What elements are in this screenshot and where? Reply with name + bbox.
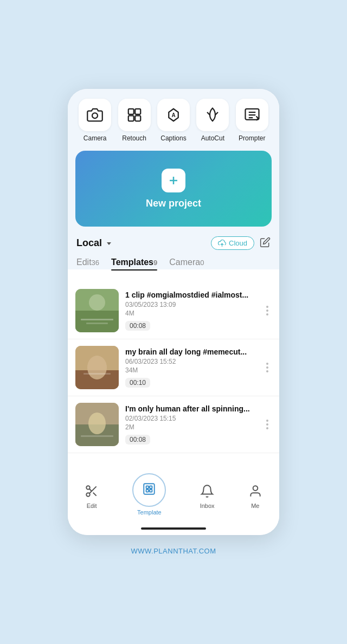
tool-captions[interactable]: A Captions: [157, 99, 190, 142]
project-duration-1: 00:08: [125, 321, 150, 331]
retouch-icon: [126, 107, 143, 123]
cloud-upload-icon: [218, 239, 226, 247]
cloud-button-label: Cloud: [229, 239, 247, 247]
nav-edit-label: Edit: [87, 503, 97, 509]
project-date-2: 06/03/2023 15:52: [125, 358, 256, 365]
tool-autocut[interactable]: AutoCut: [196, 99, 229, 142]
nav-edit[interactable]: Edit: [85, 484, 99, 509]
captions-icon: A: [165, 107, 182, 123]
tool-retouch[interactable]: Retouch: [118, 99, 151, 142]
svg-rect-13: [81, 319, 113, 320]
project-more-3[interactable]: [263, 416, 272, 433]
tool-camera-label: Camera: [83, 134, 107, 142]
project-info-3: I'm only human after all spinning... 02/…: [125, 404, 256, 445]
dot-icon: [266, 423, 268, 426]
svg-rect-28: [144, 484, 155, 494]
dot-icon: [266, 306, 268, 308]
new-project-plus-icon: [162, 169, 185, 192]
project-duration-2: 00:10: [125, 378, 150, 388]
tool-prompter[interactable]: Prompter: [236, 99, 268, 142]
svg-point-23: [86, 486, 90, 490]
nav-template-label: Template: [137, 509, 162, 516]
prompter-icon: [244, 107, 260, 123]
table-row[interactable]: I'm only human after all spinning... 02/…: [68, 396, 279, 453]
website-label: WWW.PLANNTHAT.COM: [131, 547, 216, 555]
svg-rect-2: [135, 109, 140, 114]
project-more-2[interactable]: [263, 359, 272, 376]
project-date-1: 03/05/2023 13:09: [125, 301, 256, 308]
home-indicator: [68, 524, 279, 535]
svg-rect-14: [86, 323, 108, 324]
projects-list: 1 clip #omgialmostdied #ialmost... 03/05…: [68, 277, 279, 472]
project-title-3: I'm only human after all spinning...: [125, 404, 256, 413]
cloud-button[interactable]: Cloud: [211, 236, 254, 250]
local-title[interactable]: Local: [76, 237, 113, 249]
bottom-nav: Edit Template: [68, 472, 279, 524]
table-row[interactable]: my brain all day long #memecut... 06/03/…: [68, 339, 279, 396]
tool-autocut-label: AutoCut: [201, 134, 224, 142]
tab-templates[interactable]: Templates9: [111, 257, 157, 269]
tool-camera[interactable]: Camera: [79, 99, 111, 142]
nav-template[interactable]: Template: [132, 478, 166, 516]
tab-edit[interactable]: Edit36: [76, 257, 99, 269]
project-info-2: my brain all day long #memecut... 06/03/…: [125, 347, 256, 388]
section-header: Local Cloud: [75, 236, 272, 250]
svg-point-24: [86, 493, 90, 497]
svg-rect-31: [146, 490, 149, 492]
dot-icon: [266, 310, 268, 312]
project-thumb-2: [75, 346, 119, 389]
table-row[interactable]: 1 clip #omgialmostdied #ialmost... 03/05…: [68, 282, 279, 339]
dot-icon: [266, 370, 268, 372]
tools-row: Camera Retouch A: [75, 99, 272, 142]
tool-prompter-label: Prompter: [239, 134, 265, 142]
svg-point-17: [87, 356, 107, 379]
tab-camera[interactable]: Camera0: [169, 257, 204, 269]
svg-rect-30: [150, 486, 152, 488]
svg-line-26: [93, 493, 97, 496]
project-more-1[interactable]: [263, 302, 272, 319]
nav-inbox[interactable]: Inbox: [200, 484, 215, 509]
svg-rect-4: [135, 115, 140, 121]
project-size-2: 34M: [125, 366, 256, 374]
inbox-icon: [200, 484, 214, 500]
project-size-3: 2M: [125, 423, 256, 431]
sort-arrow-icon: [105, 239, 113, 248]
project-info-1: 1 clip #omgialmostdied #ialmost... 03/05…: [125, 291, 256, 331]
tab-templates-label: Templates: [111, 257, 153, 267]
edit-icon[interactable]: [260, 237, 271, 250]
nav-me-label: Me: [251, 503, 259, 509]
dot-icon: [266, 366, 268, 369]
project-title-1: 1 clip #omgialmostdied #ialmost...: [125, 291, 256, 299]
scissors-icon: [85, 484, 99, 500]
tab-templates-count: 9: [153, 259, 157, 267]
svg-rect-29: [146, 486, 149, 488]
new-project-button[interactable]: New project: [75, 151, 272, 227]
me-icon: [248, 484, 262, 500]
svg-point-21: [88, 413, 106, 434]
tab-camera-label: Camera: [169, 257, 200, 267]
project-thumb-1: [75, 289, 119, 332]
local-title-text: Local: [76, 237, 102, 249]
tab-camera-count: 0: [200, 259, 204, 267]
project-duration-3: 00:08: [125, 435, 150, 445]
tab-edit-label: Edit: [76, 257, 92, 267]
svg-rect-18: [83, 373, 111, 375]
svg-rect-32: [150, 490, 152, 492]
project-date-3: 02/03/2023 15:15: [125, 415, 256, 422]
project-thumb-3: [75, 403, 119, 446]
tool-captions-label: Captions: [160, 134, 186, 142]
svg-rect-1: [128, 109, 133, 114]
autocut-icon: [204, 107, 221, 123]
dot-icon: [266, 313, 268, 315]
template-icon: [142, 482, 156, 498]
svg-point-12: [89, 294, 105, 311]
tabs-row: Edit36 Templates9 Camera0: [75, 257, 272, 269]
tab-edit-count: 36: [92, 259, 99, 267]
project-size-1: 4M: [125, 310, 256, 317]
nav-me[interactable]: Me: [248, 484, 262, 509]
home-bar: [141, 527, 206, 530]
svg-rect-11: [75, 311, 119, 332]
project-title-2: my brain all day long #memecut...: [125, 347, 256, 356]
new-project-label: New project: [146, 198, 201, 209]
nav-inbox-label: Inbox: [200, 503, 215, 509]
